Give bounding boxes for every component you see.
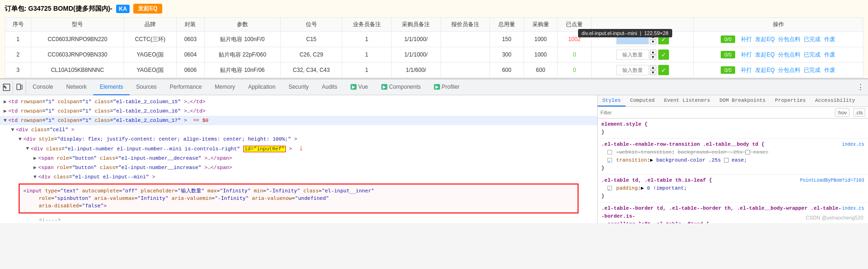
devtools-more-icon[interactable]: ⋮	[853, 83, 868, 92]
device-icon[interactable]	[13, 81, 26, 94]
action-eq-1[interactable]: 发起EQ	[755, 36, 774, 42]
action-pack-2[interactable]: 分包点料	[778, 51, 800, 58]
confirm-btn-3[interactable]: ✓	[658, 65, 669, 75]
tab-audits[interactable]: Audits	[315, 79, 344, 95]
cell-seq: 3	[5, 63, 31, 78]
quantity-input-3[interactable]	[616, 65, 649, 75]
cell-model: CL10A105KB8NNNC	[31, 63, 124, 78]
confirm-btn-2[interactable]: ✓	[658, 50, 669, 60]
action-buda-2[interactable]: 补打	[741, 51, 752, 58]
tab-accessibility[interactable]: Accessibility	[811, 95, 860, 106]
styles-filter-bar: :hov .cls	[598, 107, 868, 119]
action-done-1[interactable]: 已完成	[804, 36, 820, 42]
styles-panel: Styles Computed Event Listeners DOM Brea…	[598, 95, 868, 223]
dom-expand-icon[interactable]: ▶	[2, 107, 8, 115]
svg-rect-1	[17, 84, 21, 90]
dom-expand-icon[interactable]: ▼	[32, 173, 38, 181]
dom-line[interactable]: ▶ <td rowspan="1" colspan="1" class="el-…	[0, 106, 597, 116]
dom-expand-icon[interactable]: ▶	[32, 163, 38, 172]
tab-application[interactable]: Application	[241, 79, 282, 95]
tab-console[interactable]: Console	[26, 79, 60, 95]
dom-line[interactable]: ▶ <td rowspan="1" colspan="1" class="el-…	[0, 97, 597, 106]
tab-profiler[interactable]: ▶Profiler	[427, 79, 466, 95]
spin-up-3[interactable]: ▲	[650, 65, 656, 70]
prop-checkbox[interactable]	[607, 150, 612, 155]
dom-line-selected[interactable]: ▼ <td rowspan="1" colspan="1" class="el-…	[0, 116, 597, 125]
cell-note2: 1/1/1000/	[391, 32, 441, 47]
dom-line[interactable]: ▼ <div class="el-input el-input--mini" >	[0, 172, 597, 182]
tab-properties[interactable]: Properties	[770, 95, 810, 106]
pseudo-cls-btn[interactable]: .cls	[853, 108, 866, 117]
tab-dom-breakpoints[interactable]: DOM Breakpoints	[715, 95, 770, 106]
action-pack-1[interactable]: 分包点料	[778, 36, 800, 42]
badge-eq[interactable]: 发起EQ	[133, 4, 162, 14]
action-cancel-3[interactable]: 作废	[824, 67, 835, 73]
dom-line[interactable]: ▼ <div class="el-input-number el-input-n…	[0, 144, 597, 154]
dom-expand-icon[interactable]: ▶	[32, 154, 38, 163]
styles-tabs: Styles Computed Event Listeners DOM Brea…	[598, 95, 868, 107]
style-rule-close: }	[601, 193, 605, 199]
cell-model: CC0603JRNPO9BN330	[31, 47, 124, 63]
tooltip-size: 122.59×28	[644, 30, 668, 36]
action-done-3[interactable]: 已完成	[804, 67, 820, 73]
pseudo-hov-btn[interactable]: :hov	[835, 108, 849, 117]
tab-styles[interactable]: Styles	[598, 95, 626, 106]
spin-down-2[interactable]: ▼	[650, 55, 656, 60]
styles-filter-input[interactable]	[600, 110, 831, 115]
style-selector: .el-table--border td, .el-table--border …	[601, 205, 841, 223]
col-actions: 操作	[694, 18, 863, 32]
inspect-icon[interactable]	[0, 81, 13, 94]
tab-vue[interactable]: ▶Vue	[344, 79, 375, 95]
style-val: background-color .25s ease;	[678, 149, 769, 155]
tab-security[interactable]: Security	[282, 79, 315, 95]
col-seq: 序号	[5, 18, 31, 32]
cell-input-area: ▲ ▼ ✓	[592, 63, 694, 78]
tab-components[interactable]: ▶Components	[375, 79, 427, 95]
action-cancel-1[interactable]: 作废	[824, 36, 835, 42]
prop-checkbox[interactable]	[607, 158, 612, 163]
action-done-2[interactable]: 已完成	[804, 51, 820, 58]
tab-memory[interactable]: Memory	[208, 79, 241, 95]
cell-note3	[441, 63, 490, 78]
dom-line[interactable]: ▼ <div style="display: flex; justify-con…	[0, 134, 597, 144]
cell-note3	[441, 32, 490, 47]
cell-brand: CCTC(三环)	[124, 32, 177, 47]
col-brand: 品牌	[124, 18, 177, 32]
quantity-input-2[interactable]	[616, 50, 649, 60]
dom-expand-icon[interactable]: ▼	[17, 135, 23, 143]
devtools-panel: Console Network Elements Sources Perform…	[0, 78, 868, 223]
action-cancel-2[interactable]: 作废	[824, 51, 835, 58]
style-source-link[interactable]: index.cs	[842, 205, 864, 212]
tab-network[interactable]: Network	[60, 79, 93, 95]
tab-computed[interactable]: Computed	[626, 95, 660, 106]
cell-param: 贴片电容 10nF/06	[204, 63, 280, 78]
action-eq-2[interactable]: 发起EQ	[755, 51, 774, 58]
spin-down-1[interactable]: ▼	[650, 39, 656, 44]
action-buда-1[interactable]: 补打	[741, 36, 752, 42]
style-source-link[interactable]: index.cs	[842, 141, 864, 149]
tab-sources[interactable]: Sources	[130, 79, 163, 95]
spin-up-2[interactable]: ▲	[650, 50, 656, 55]
cell-package: 0606	[177, 63, 205, 78]
dom-expand-icon[interactable]: ▶	[2, 98, 8, 106]
cell-note1: 1	[342, 63, 392, 78]
dom-line[interactable]: ▶ <span role="button" class="el-input-nu…	[0, 163, 597, 172]
tab-performance[interactable]: Performance	[163, 79, 208, 95]
tab-elements[interactable]: Elements	[93, 79, 130, 95]
cell-note1: 1	[342, 47, 392, 63]
dom-line[interactable]: ▼ <div class="cell" >	[0, 125, 597, 134]
style-val: background-color .25s ease;	[656, 157, 747, 163]
spin-down-3[interactable]: ▼	[650, 70, 656, 75]
dom-expand-icon[interactable]: ▼	[24, 144, 31, 153]
action-buda-3[interactable]: 补打	[741, 67, 752, 73]
dom-expand-icon[interactable]: ▼	[2, 116, 8, 125]
cell-ratio: 0/0 补打 发起EQ 分包点料 已完成 作废	[694, 47, 863, 63]
cell-model: CC0603JRNPO9BN220	[31, 32, 124, 47]
prop-checkbox[interactable]	[607, 186, 612, 191]
dom-line[interactable]: ▶ <span role="button" class="el-input-nu…	[0, 154, 597, 163]
dom-expand-icon[interactable]: ▼	[9, 126, 16, 134]
tab-event-listeners[interactable]: Event Listeners	[659, 95, 715, 106]
style-source-link[interactable]: PointLoadByPBom?id=7103	[800, 177, 864, 184]
action-eq-3[interactable]: 发起EQ	[755, 67, 774, 73]
action-pack-3[interactable]: 分包点料	[778, 67, 800, 73]
